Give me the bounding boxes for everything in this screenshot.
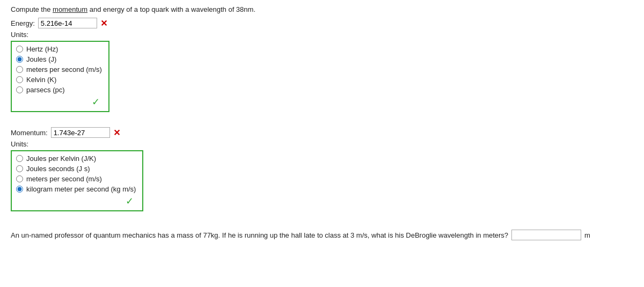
energy-unit-k-label[interactable]: Kelvin (K)	[26, 76, 56, 84]
energy-unit-hz-radio[interactable]	[16, 46, 23, 53]
energy-unit-pc-radio[interactable]	[16, 86, 23, 93]
momentum-unit-mps-label[interactable]: meters per second (m/s)	[26, 175, 102, 183]
energy-unit-k-radio[interactable]	[16, 76, 23, 83]
energy-field-row: Energy: ✕	[11, 18, 633, 28]
momentum-underline: momentum	[53, 5, 87, 13]
final-question-section: An un-named professor of quantum mechani…	[11, 230, 633, 240]
momentum-unit-kgms-radio[interactable]	[16, 186, 23, 193]
momentum-checkmark-icon: ✓	[126, 196, 134, 207]
momentum-unit-mps: meters per second (m/s)	[16, 175, 136, 183]
momentum-input[interactable]	[51, 127, 110, 138]
momentum-unit-js-label[interactable]: Joules seconds (J s)	[26, 165, 90, 173]
momentum-units-label: Units:	[11, 140, 633, 148]
energy-unit-mps: meters per second (m/s)	[16, 65, 102, 73]
momentum-error-icon[interactable]: ✕	[113, 128, 120, 138]
energy-unit-k: Kelvin (K)	[16, 76, 102, 84]
momentum-label: Momentum:	[11, 129, 48, 137]
final-unit-label: m	[584, 231, 590, 239]
momentum-checkmark-row: ✓	[16, 195, 136, 207]
momentum-unit-kgms: kilogram meter per second (kg m/s)	[16, 185, 136, 193]
momentum-unit-jk-radio[interactable]	[16, 155, 23, 162]
energy-input[interactable]	[38, 18, 97, 28]
energy-unit-j-radio[interactable]	[16, 56, 23, 63]
momentum-unit-jk-label[interactable]: Joules per Kelvin (J/K)	[26, 154, 96, 163]
energy-error-icon[interactable]: ✕	[100, 18, 107, 28]
energy-unit-pc-label[interactable]: parsecs (pc)	[26, 86, 65, 94]
energy-unit-hz-label[interactable]: Hertz (Hz)	[26, 45, 58, 53]
energy-unit-pc: parsecs (pc)	[16, 86, 102, 94]
momentum-unit-mps-radio[interactable]	[16, 175, 23, 182]
momentum-units-box: Joules per Kelvin (J/K) Joules seconds (…	[11, 150, 143, 211]
problem-description: Compute the momentum and energy of a top…	[11, 5, 633, 13]
momentum-unit-js: Joules seconds (J s)	[16, 165, 136, 173]
energy-section: Compute the momentum and energy of a top…	[11, 5, 633, 114]
energy-checkmark-row: ✓	[16, 96, 102, 108]
energy-unit-j: Joules (J)	[16, 55, 102, 63]
energy-unit-mps-radio[interactable]	[16, 66, 23, 73]
energy-units-label: Units:	[11, 31, 633, 39]
energy-label: Energy:	[11, 19, 35, 27]
momentum-unit-jk: Joules per Kelvin (J/K)	[16, 154, 136, 163]
energy-unit-hz: Hertz (Hz)	[16, 45, 102, 53]
momentum-unit-js-radio[interactable]	[16, 165, 23, 172]
energy-unit-mps-label[interactable]: meters per second (m/s)	[26, 65, 102, 73]
energy-checkmark-icon: ✓	[92, 97, 100, 107]
momentum-unit-kgms-label[interactable]: kilogram meter per second (kg m/s)	[26, 185, 136, 193]
final-answer-input[interactable]	[511, 230, 581, 240]
energy-units-box: Hertz (Hz) Joules (J) meters per second …	[11, 41, 109, 112]
momentum-section: Momentum: ✕ Units: Joules per Kelvin (J/…	[11, 127, 633, 214]
final-question-text: An un-named professor of quantum mechani…	[11, 231, 508, 239]
energy-unit-j-label[interactable]: Joules (J)	[26, 55, 56, 63]
momentum-field-row: Momentum: ✕	[11, 127, 633, 138]
